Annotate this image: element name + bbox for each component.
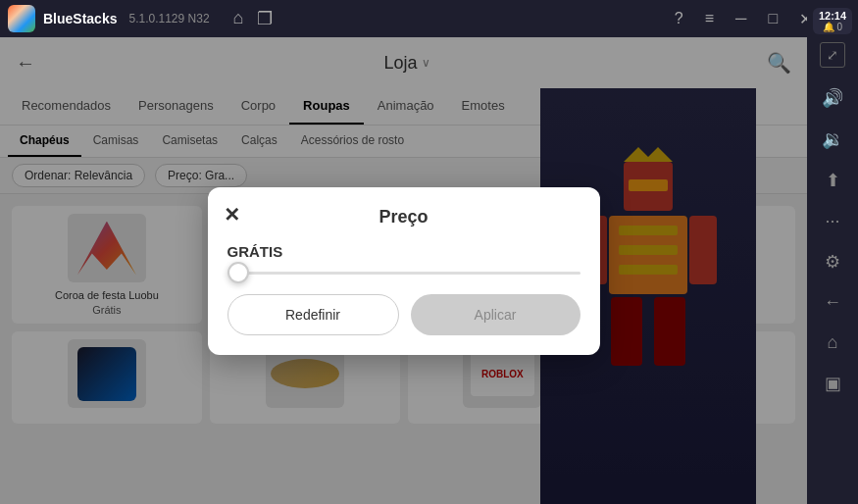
bluestacks-logo (8, 5, 35, 32)
right-sidebar: 12:14 🔔 0 ⤢ 🔊 🔉 ⬆ ··· ⚙ ← ⌂ ▣ (807, 0, 858, 504)
settings-icon[interactable]: ⚙ (807, 243, 858, 280)
menu-button[interactable]: ≡ (697, 6, 722, 31)
home-icon[interactable]: ⌂ (233, 8, 244, 29)
expand-icon[interactable]: ⤢ (820, 42, 845, 68)
recents-icon[interactable]: ▣ (807, 365, 858, 402)
notification-count: 🔔 0 (819, 22, 846, 32)
main-content: ← Loja ∨ 🔍 Recomendados Personagens Corp… (0, 37, 807, 504)
back-icon[interactable]: ← (807, 284, 858, 321)
copy-icon[interactable]: ❐ (257, 8, 273, 29)
clock: 12:14 (819, 10, 846, 22)
maximize-button[interactable]: □ (760, 6, 785, 31)
titlebar-icons: ⌂ ❐ (233, 8, 274, 29)
modal-title: Preço (227, 207, 580, 227)
modal-overlay: ✕ Preço GRÁTIS Redefinir Aplicar (0, 37, 807, 504)
minimize-button[interactable]: ─ (728, 6, 754, 31)
modal-option-label: GRÁTIS (227, 243, 580, 260)
cursor-icon[interactable]: ⬆ (807, 162, 858, 199)
slider-thumb[interactable] (227, 262, 249, 283)
volume-down-icon[interactable]: 🔉 (807, 121, 858, 158)
home-sidebar-icon[interactable]: ⌂ (807, 325, 858, 361)
help-button[interactable]: ? (667, 6, 691, 31)
modal-buttons: Redefinir Aplicar (227, 294, 580, 335)
reset-button[interactable]: Redefinir (227, 294, 399, 335)
slider-track (227, 272, 580, 275)
more-options-icon[interactable]: ··· (807, 203, 858, 239)
time-badge: 12:14 🔔 0 (813, 8, 852, 34)
titlebar: BlueStacks 5.1.0.1129 N32 ⌂ ❐ ? ≡ ─ □ ✕ … (0, 0, 858, 37)
price-slider[interactable] (227, 272, 580, 275)
app-version: 5.1.0.1129 N32 (128, 12, 209, 25)
apply-button[interactable]: Aplicar (411, 294, 580, 335)
modal-close-button[interactable]: ✕ (224, 203, 240, 227)
price-modal: ✕ Preço GRÁTIS Redefinir Aplicar (208, 187, 600, 355)
volume-up-icon[interactable]: 🔊 (807, 79, 858, 117)
app-name: BlueStacks (43, 11, 117, 26)
